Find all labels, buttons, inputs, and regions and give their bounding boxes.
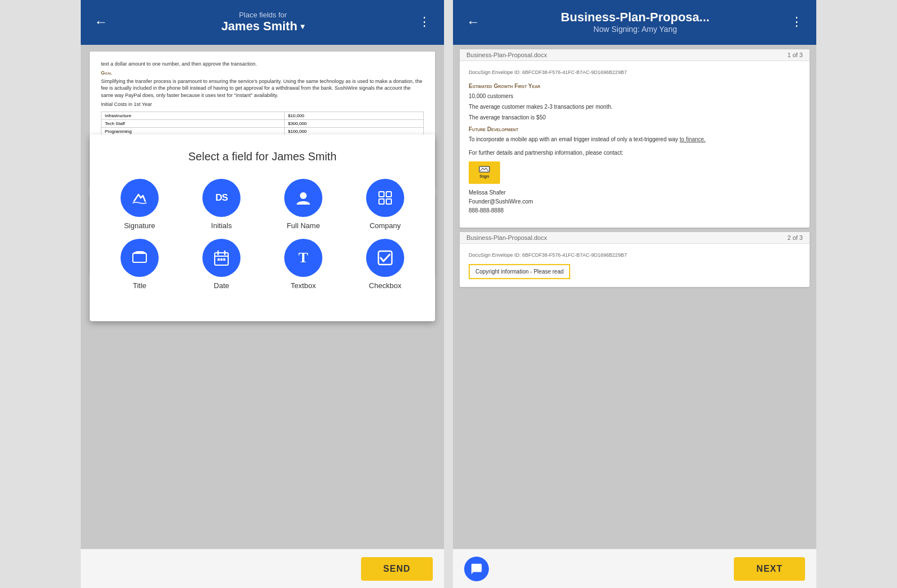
svg-rect-2 (386, 192, 391, 197)
field-grid-row1: Signature DS Initials Full Name (101, 179, 424, 290)
right-doc1-growth-customers: 10,000 customers (469, 92, 801, 100)
checkbox-label: Checkbox (369, 281, 401, 290)
right-doc1-future-link[interactable]: to finance. (679, 136, 705, 142)
contact-block: Melissa Shafer Founder@SushiWire.com 888… (469, 188, 801, 215)
right-header: ← Business-Plan-Proposa... Now Signing: … (453, 0, 816, 45)
field-item-initials[interactable]: DS Initials (183, 179, 260, 230)
field-selector-modal: Select a field for James Smith Signature… (90, 135, 435, 321)
title-label: Title (133, 281, 146, 290)
contact-phone: 888-888-8888 (469, 206, 801, 215)
contact-email: Founder@SushiWire.com (469, 197, 801, 206)
right-main-title: Business-Plan-Proposa... (484, 10, 786, 25)
doc1-costs-heading: Initial Costs in 1st Year (101, 101, 424, 108)
svg-rect-3 (379, 199, 384, 204)
field-selector-title: Select a field for James Smith (101, 150, 424, 163)
fullname-icon (284, 179, 322, 217)
left-title-text: James Smith (221, 19, 298, 34)
field-item-date[interactable]: Date (183, 239, 260, 290)
right-doc1-body: DocuSign Envelope ID: 6BFCDF38-F576-41FC… (460, 61, 810, 228)
sign-widget[interactable]: Sign (469, 161, 500, 184)
fullname-label: Full Name (286, 221, 320, 230)
right-doc1-future-text: To incorporate a mobile app with an emai… (469, 136, 801, 143)
left-subtitle: Place fields for (112, 11, 414, 19)
left-title-area: Place fields for James Smith ▾ (112, 11, 414, 34)
textbox-icon: T (284, 239, 322, 277)
right-doc1-envelope-id: DocuSign Envelope ID: 6BFCDF38-F576-41FC… (469, 69, 801, 76)
left-main-title: James Smith ▾ (112, 19, 414, 34)
left-panel: ← Place fields for James Smith ▾ ⋮ text … (81, 0, 444, 588)
contact-name: Melissa Shafer (469, 188, 801, 197)
field-item-textbox[interactable]: T Textbox (265, 239, 342, 290)
left-more-button[interactable]: ⋮ (414, 12, 435, 31)
svg-rect-1 (379, 192, 384, 197)
right-doc2-page: 2 of 3 (787, 234, 803, 241)
field-item-title[interactable]: Title (101, 239, 178, 290)
doc1-goal-heading: Goal (101, 70, 424, 76)
svg-rect-14 (479, 166, 489, 172)
svg-rect-12 (223, 258, 225, 261)
right-doc1-future-heading: Future Development (469, 126, 801, 132)
textbox-label: Textbox (291, 281, 316, 290)
right-doc2-envelope-id: DocuSign Envelope ID: 6BFCDF38-F576-41FC… (469, 252, 801, 259)
right-doc-page2-header: Business-Plan-Proposal.docx 2 of 3 (460, 232, 810, 244)
svg-rect-11 (220, 258, 223, 261)
right-doc2-filename: Business-Plan-Proposal.docx (466, 234, 547, 241)
table-row: Infrastructure$10,000 (101, 112, 424, 119)
svg-rect-4 (386, 199, 391, 204)
field-item-fullname[interactable]: Full Name (265, 179, 342, 230)
svg-rect-10 (218, 258, 220, 261)
copyright-notice: Copyright information - Please read (469, 264, 570, 279)
table-row: Tech Staff$300,000 (101, 119, 424, 127)
svg-point-0 (300, 192, 307, 199)
right-title-area: Business-Plan-Proposa... Now Signing: Am… (484, 10, 786, 34)
initials-label: Initials (211, 221, 232, 230)
sign-widget-area: Sign Melissa Shafer Founder@SushiWire.co… (469, 161, 801, 215)
signature-label: Signature (124, 221, 155, 230)
right-bottom-bar: NEXT (453, 549, 816, 588)
checkbox-icon (366, 239, 404, 277)
chat-button[interactable] (464, 557, 489, 581)
svg-rect-5 (133, 253, 146, 262)
right-subtitle: Now Signing: Amy Yang (484, 25, 786, 34)
next-button[interactable]: NEXT (734, 557, 805, 581)
field-item-signature[interactable]: Signature (101, 179, 178, 230)
right-doc1-growth-p2: The average transaction is $50 (469, 114, 801, 122)
right-doc-page1-header: Business-Plan-Proposal.docx 1 of 3 (460, 49, 810, 61)
right-doc1-contact-intro: For further details and partnership info… (469, 149, 801, 157)
right-doc1-growth-heading: Estimated Growth First Year (469, 83, 801, 89)
date-icon (202, 239, 241, 277)
right-more-button[interactable]: ⋮ (786, 12, 807, 31)
field-item-company[interactable]: Company (346, 179, 424, 230)
right-doc1-growth-p1: The average customer makes 2-3 transacti… (469, 103, 801, 111)
doc1-goal-text: Simplifying the transfer process is para… (101, 78, 424, 99)
company-icon (366, 179, 404, 217)
right-content: Business-Plan-Proposal.docx 1 of 3 DocuS… (453, 45, 816, 549)
doc1-intro: text a dollar amount to one number, and … (101, 61, 424, 68)
left-bottom-bar: SEND (81, 549, 444, 588)
right-doc-page-2: Business-Plan-Proposal.docx 2 of 3 DocuS… (460, 232, 810, 288)
field-item-checkbox[interactable]: Checkbox (346, 239, 424, 290)
right-doc1-page: 1 of 3 (787, 52, 803, 58)
right-doc-wrapper: Business-Plan-Proposal.docx 1 of 3 DocuS… (453, 45, 816, 549)
left-back-button[interactable]: ← (90, 12, 112, 32)
company-label: Company (369, 221, 401, 230)
right-doc2-body: DocuSign Envelope ID: 6BFCDF38-F576-41FC… (460, 244, 810, 288)
left-title-dropdown-icon[interactable]: ▾ (300, 22, 304, 31)
send-button[interactable]: SEND (361, 557, 433, 581)
right-panel: ← Business-Plan-Proposa... Now Signing: … (453, 0, 816, 588)
signature-icon (121, 179, 159, 217)
right-doc-page-1: Business-Plan-Proposal.docx 1 of 3 DocuS… (460, 49, 810, 228)
right-back-button[interactable]: ← (462, 12, 484, 32)
left-header: ← Place fields for James Smith ▾ ⋮ (81, 0, 444, 45)
date-label: Date (214, 281, 229, 290)
left-content: text a dollar amount to one number, and … (81, 45, 444, 549)
title-icon (121, 239, 159, 277)
initials-icon: DS (202, 179, 241, 217)
right-doc1-filename: Business-Plan-Proposal.docx (466, 52, 547, 58)
